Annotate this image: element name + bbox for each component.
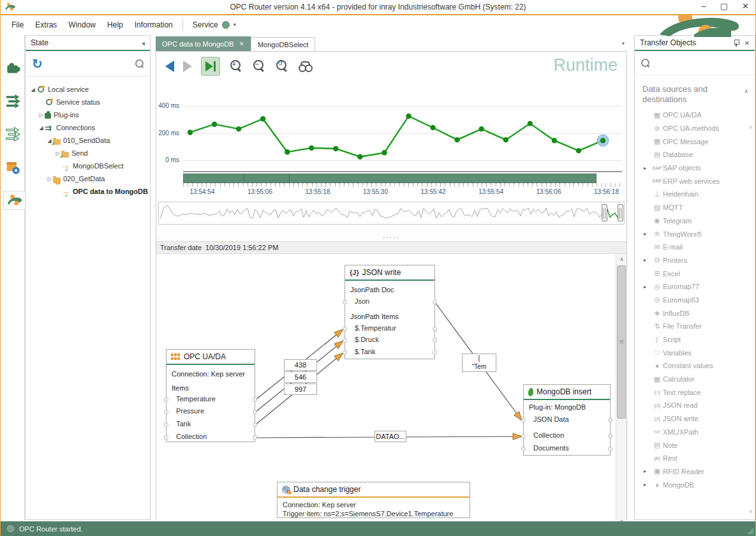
port-dot-left[interactable] bbox=[343, 350, 347, 355]
tab-mongodbselect[interactable]: MongoDBSelect bbox=[251, 37, 316, 51]
zoom-reset-button[interactable]: ↺ bbox=[275, 59, 289, 73]
transfer-object-mongodb[interactable]: ▸♦MongoDB bbox=[635, 478, 755, 491]
tree-expander-icon[interactable]: ▷ bbox=[38, 112, 45, 118]
transfer-object-erp-web-services[interactable]: ERPERP web services bbox=[635, 174, 755, 188]
scroll-up-icon[interactable]: ∧ bbox=[616, 254, 626, 265]
tree-item-010-senddata[interactable]: ◢010_SendData bbox=[29, 134, 149, 147]
jump-to-latest-button[interactable] bbox=[201, 57, 220, 76]
connection-flow-diagram[interactable]: OPC UA/DAConnection: Kep serverItemsTemp… bbox=[156, 254, 626, 527]
port-dot-right[interactable] bbox=[253, 422, 257, 427]
history-back-button[interactable] bbox=[165, 61, 174, 72]
transfer-object-variables[interactable]: ∷Variables bbox=[635, 346, 755, 359]
tab-overflow-icon[interactable]: ▾ bbox=[621, 40, 625, 47]
minimize-button[interactable]: – bbox=[702, 1, 706, 11]
port-dot-left[interactable] bbox=[164, 398, 168, 402]
menu-item-information[interactable]: Information bbox=[129, 18, 179, 32]
port-dot-left[interactable] bbox=[164, 435, 168, 440]
port-dot-left[interactable] bbox=[164, 410, 168, 414]
tree-expander-icon[interactable]: ▷ bbox=[46, 176, 53, 182]
expander-icon[interactable]: ▸ bbox=[644, 165, 651, 171]
transfer-object-rfid-reader[interactable]: ▸▣RFID Reader bbox=[635, 465, 755, 479]
transfer-object-e-mail[interactable]: ✉E-mail bbox=[635, 241, 755, 254]
rail-connections-button[interactable] bbox=[3, 91, 22, 110]
tree-item-service-status[interactable]: Service status bbox=[29, 96, 149, 108]
node-port[interactable]: $.Tank bbox=[345, 348, 434, 355]
collapse-section-icon[interactable]: ∧ bbox=[744, 88, 748, 94]
ov-handle-right[interactable] bbox=[618, 204, 623, 221]
port-dot-right[interactable] bbox=[433, 338, 437, 343]
port-dot-left[interactable] bbox=[521, 418, 526, 422]
node-port[interactable]: $.Druck bbox=[345, 336, 434, 343]
port-dot-right[interactable] bbox=[433, 350, 437, 355]
tree-item-020-getdata[interactable]: ▷020_GetData bbox=[29, 172, 149, 185]
tree-expander-icon[interactable]: ◢ bbox=[38, 125, 45, 131]
transfer-object-opc-ua-da[interactable]: ▦OPC UA/DA bbox=[635, 108, 755, 122]
ov-handle-left[interactable] bbox=[602, 204, 607, 221]
rail-connection-templates-button[interactable] bbox=[3, 124, 22, 144]
scrollbar-thumb[interactable] bbox=[617, 265, 626, 419]
expander-icon[interactable]: ▸ bbox=[644, 257, 651, 263]
node-port[interactable]: Collection bbox=[167, 433, 255, 440]
node-port[interactable]: Collection bbox=[524, 431, 610, 439]
transfer-object-json-write[interactable]: {J}JSON write bbox=[635, 412, 755, 426]
port-dot-right[interactable] bbox=[608, 434, 612, 438]
tab-close-icon[interactable]: ✕ bbox=[239, 40, 244, 47]
tree-item-connections[interactable]: ◢Connections bbox=[29, 121, 149, 134]
menu-item-help[interactable]: Help bbox=[101, 18, 129, 32]
history-overview-strip[interactable] bbox=[158, 202, 625, 225]
port-dot-left[interactable] bbox=[521, 434, 526, 438]
port-dot-left[interactable] bbox=[343, 300, 347, 304]
zoom-out-button[interactable]: − bbox=[252, 59, 266, 73]
node-data-change-trigger[interactable]: Data change triggerConnection: Kep serve… bbox=[277, 482, 470, 518]
history-forward-button[interactable] bbox=[183, 61, 192, 72]
menu-item-service[interactable]: Service ▾ bbox=[187, 18, 242, 32]
transfer-object-mqtt[interactable]: ▨MQTT bbox=[635, 201, 755, 214]
rail-router-button[interactable] bbox=[3, 191, 25, 210]
transfer-object-json-read[interactable]: {J}JSON read bbox=[635, 399, 755, 412]
transfer-object-printers[interactable]: ▸⊟Printers bbox=[635, 254, 755, 267]
transfer-object-telegram[interactable]: ◉Telegram bbox=[635, 214, 755, 228]
expander-icon[interactable]: ▸ bbox=[644, 468, 651, 474]
expander-icon[interactable]: ▸ bbox=[644, 284, 651, 290]
port-dot-right[interactable] bbox=[608, 418, 612, 422]
collapse-panel-icon[interactable]: ◂ bbox=[142, 40, 145, 47]
port-dot-right[interactable] bbox=[433, 327, 437, 331]
expander-icon[interactable]: ▸ bbox=[644, 482, 651, 488]
port-dot-right[interactable] bbox=[433, 300, 437, 304]
node-port[interactable]: Json bbox=[345, 297, 434, 305]
transfer-object-euromap77[interactable]: ▸◎Euromap77 bbox=[635, 280, 755, 294]
close-button[interactable]: ✕ bbox=[742, 1, 749, 11]
menu-item-window[interactable]: Window bbox=[63, 18, 101, 32]
node-port[interactable]: Documents bbox=[524, 444, 610, 452]
transfer-object-heidenhain[interactable]: ⊥Heidenhain bbox=[635, 188, 755, 201]
tree-item-opc-data-to-mongodb[interactable]: OPC data to MongoDB bbox=[29, 185, 149, 198]
maximize-button[interactable]: ▢ bbox=[720, 1, 728, 11]
menu-item-file[interactable]: File bbox=[6, 18, 29, 32]
port-dot-right[interactable] bbox=[253, 398, 257, 402]
node-port[interactable]: JSON Data bbox=[524, 415, 610, 423]
port-dot-left[interactable] bbox=[343, 327, 347, 331]
transfer-object-influxdb[interactable]: ◈InfluxDB bbox=[635, 306, 755, 320]
search-icon[interactable] bbox=[135, 59, 144, 68]
diagram-vertical-scrollbar[interactable]: ∧ ∨ bbox=[616, 254, 626, 527]
zoom-in-button[interactable]: + bbox=[229, 59, 243, 73]
transfer-object-calculator[interactable]: ▦Calculator bbox=[635, 373, 755, 386]
chart-plot-area[interactable]: 400 ms200 ms0 ms bbox=[156, 89, 626, 169]
tree-item-local-service[interactable]: ◢Local service bbox=[29, 83, 149, 96]
transfer-duration-track[interactable] bbox=[183, 174, 622, 183]
rail-plugins-button[interactable] bbox=[3, 58, 22, 77]
transfer-object-sap-objects[interactable]: ▸SAPSAP objects bbox=[635, 161, 755, 175]
port-dot-left[interactable] bbox=[343, 338, 347, 343]
transfer-object-euromap63[interactable]: ◎Euromap63 bbox=[635, 294, 755, 307]
transfer-object-constant-values[interactable]: ●Constant values bbox=[635, 359, 755, 373]
node-opc-ua-da[interactable]: OPC UA/DAConnection: Kep serverItemsTemp… bbox=[166, 349, 255, 442]
node-port[interactable]: Tank bbox=[167, 420, 255, 428]
node-port[interactable]: Temperature bbox=[167, 395, 255, 403]
transfer-object-rest[interactable]: (R)Rest bbox=[635, 452, 755, 465]
tree-item-mongodbselect[interactable]: MongoDBSelect bbox=[29, 160, 149, 172]
node-port[interactable]: Pressure bbox=[167, 407, 255, 415]
port-dot-left[interactable] bbox=[164, 422, 168, 427]
refresh-icon[interactable]: ↻ bbox=[32, 57, 43, 70]
node-port[interactable]: $.Temperatur bbox=[345, 324, 434, 332]
horizontal-splitter[interactable]: ····· bbox=[156, 234, 626, 241]
